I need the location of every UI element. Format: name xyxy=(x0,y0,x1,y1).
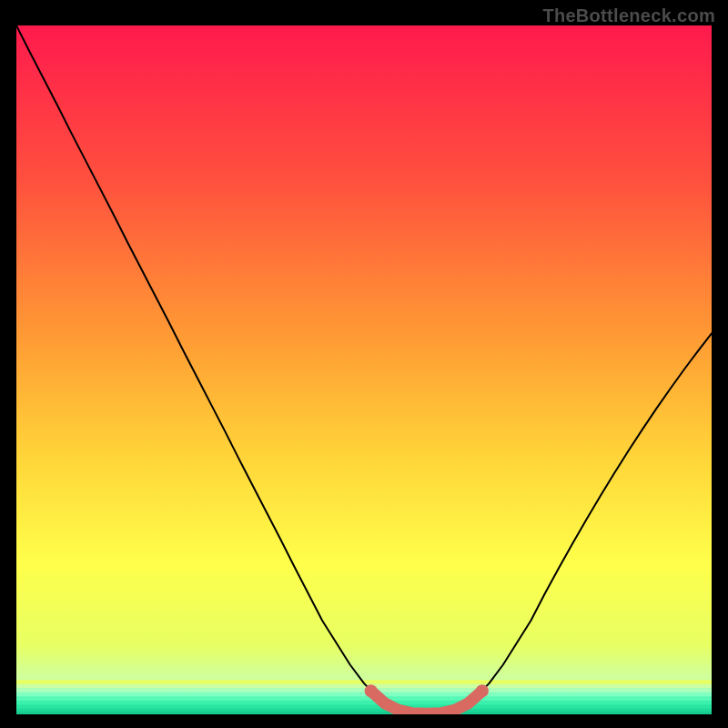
svg-rect-7 xyxy=(16,704,712,709)
watermark-label: TheBottleneck.com xyxy=(542,5,715,26)
svg-rect-0 xyxy=(16,25,712,714)
svg-rect-4 xyxy=(16,693,712,697)
svg-rect-2 xyxy=(16,684,712,689)
chart-frame: TheBottleneck.com xyxy=(0,0,728,728)
highlight-end-right xyxy=(476,684,489,697)
chart-svg xyxy=(16,25,712,714)
svg-rect-8 xyxy=(16,709,712,713)
svg-rect-9 xyxy=(16,712,712,714)
svg-rect-5 xyxy=(16,696,712,701)
highlight-end-left xyxy=(365,684,378,697)
chart-plot xyxy=(16,25,712,714)
svg-rect-6 xyxy=(16,701,712,705)
svg-rect-3 xyxy=(16,688,712,693)
